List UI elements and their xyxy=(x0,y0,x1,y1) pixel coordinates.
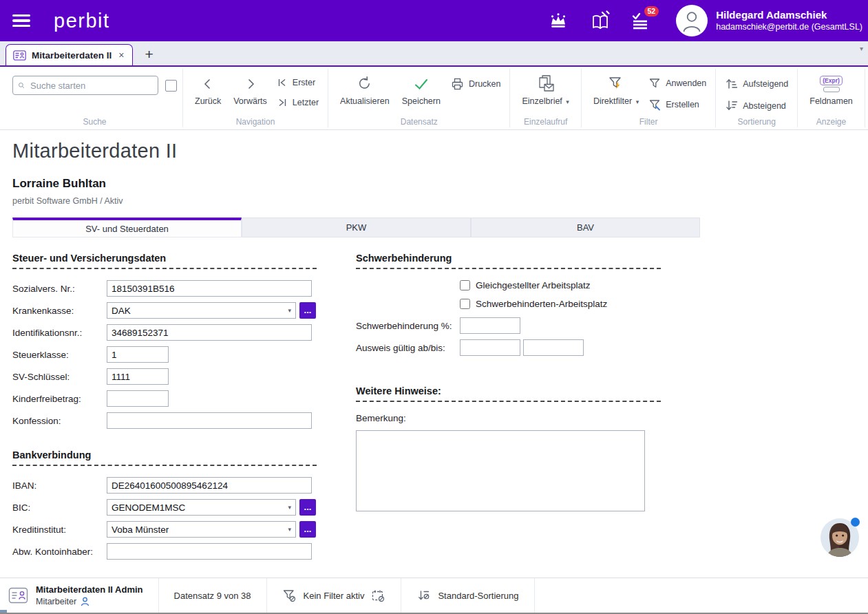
tasks-icon[interactable]: 52 xyxy=(632,12,650,30)
group-caption: Sortierung xyxy=(716,117,797,127)
person-subtitle: perbit Software GmbH / Aktiv xyxy=(12,196,868,206)
krankenkasse-combobox[interactable]: ▾ xyxy=(107,302,296,319)
krankenkasse-lookup-button[interactable]: ... xyxy=(299,302,316,319)
tab-overflow-icon[interactable]: ▾ xyxy=(860,45,863,52)
forward-button[interactable]: Vorwärts xyxy=(227,73,273,107)
tab-sv-und-steuerdaten[interactable]: SV- und Steuerdaten xyxy=(12,218,242,237)
status-module[interactable]: Mitarbeiterdaten II Admin Mitarbeiter xyxy=(0,578,159,613)
search-input[interactable] xyxy=(29,80,153,92)
feldnamen-button[interactable]: (Expr) Feldnamen xyxy=(803,73,859,107)
print-label: Drucken xyxy=(469,79,501,89)
steuerklasse-input[interactable] xyxy=(107,346,169,363)
id-card-icon xyxy=(8,587,29,604)
schwerbehinderten-checkbox[interactable] xyxy=(460,299,470,309)
field-kinderfreibetrag: Kinderfreibetrag: xyxy=(12,390,317,407)
identnr-input[interactable] xyxy=(107,324,312,341)
user-avatar[interactable] xyxy=(676,5,708,36)
new-tab-button[interactable]: + xyxy=(145,46,153,63)
group-caption: Anzeige xyxy=(798,117,865,127)
checkbox-schwerbehinderten: Schwerbehinderten-Arbeitsplatz xyxy=(460,299,661,309)
sort-descending-button[interactable]: Absteigend xyxy=(721,98,792,114)
field-identnr: Identifikationsnr.: xyxy=(12,324,317,341)
status-record: Datensatz 9 von 38 xyxy=(159,578,267,613)
kreditinstitut-input[interactable] xyxy=(107,521,296,538)
krankenkasse-input[interactable] xyxy=(107,302,296,319)
save-button[interactable]: Speichern xyxy=(396,73,447,107)
search-option-checkbox[interactable] xyxy=(165,80,177,92)
support-chat-avatar[interactable] xyxy=(820,518,861,559)
sort-asc-icon xyxy=(725,77,738,90)
tab-pkw[interactable]: PKW xyxy=(242,218,471,237)
combo-caret-icon[interactable]: ▾ xyxy=(288,307,291,314)
tab-label: Mitarbeiterdaten II xyxy=(32,50,112,61)
section-title-schwerbehinderung: Schwerbehinderung xyxy=(356,253,661,264)
svschluessel-input[interactable] xyxy=(107,368,169,385)
refresh-button[interactable]: Aktualisieren xyxy=(334,73,396,107)
filter-anwenden-button[interactable]: Anwenden xyxy=(645,76,710,91)
bic-input[interactable] xyxy=(107,499,296,516)
iban-input[interactable] xyxy=(107,477,312,494)
einzelbrief-button[interactable]: Einzelbrief ▾ xyxy=(516,73,575,107)
print-button[interactable]: Drucken xyxy=(447,76,505,92)
checkbox-label: Schwerbehinderten-Arbeitsplatz xyxy=(476,299,607,309)
gleichgestellter-checkbox[interactable] xyxy=(460,280,470,290)
tab-mitarbeiterdaten[interactable]: Mitarbeiterdaten II × xyxy=(6,44,133,65)
konfession-input[interactable] xyxy=(107,412,312,429)
crown-icon[interactable] xyxy=(548,12,569,30)
refresh-label: Aktualisieren xyxy=(340,96,390,106)
group-caption: Suche xyxy=(7,117,182,127)
first-icon xyxy=(277,77,288,88)
hamburger-menu-icon[interactable] xyxy=(12,12,30,30)
ribbon-group-navigation: Zurück Vorwärts Erster xyxy=(183,67,328,129)
close-icon[interactable]: × xyxy=(117,50,125,61)
erstellen-label: Erstellen xyxy=(666,100,699,109)
ausweis-bis-input[interactable] xyxy=(523,339,584,356)
field-label: SV-Schlüssel: xyxy=(12,372,107,382)
app-header: perbit 52 xyxy=(0,0,868,41)
sort-ascending-button[interactable]: Aufsteigend xyxy=(721,76,792,92)
bemerkung-textarea[interactable] xyxy=(356,430,645,511)
schwerbehinderung-prozent-input[interactable] xyxy=(460,317,520,334)
filter-icon xyxy=(648,77,661,89)
search-box[interactable] xyxy=(12,76,158,95)
status-filter[interactable]: Kein Filter aktiv xyxy=(267,578,402,613)
kontoinhaber-input[interactable] xyxy=(107,543,312,560)
kreditinstitut-combobox[interactable]: ▾ xyxy=(107,521,296,538)
last-record-button[interactable]: Letzter xyxy=(273,96,322,109)
user-info[interactable]: Hildegard Adamschiek hadamschiek@perbit.… xyxy=(716,9,862,32)
ribbon-group-sortierung: Aufsteigend Absteigend Sortierung xyxy=(716,67,797,129)
status-sort[interactable]: Standard-Sortierung xyxy=(401,578,534,613)
sozialvers-input[interactable] xyxy=(107,280,312,297)
filter-erstellen-button[interactable]: Erstellen xyxy=(645,97,710,112)
field-label: Kinderfreibetrag: xyxy=(12,394,107,404)
notification-badge: 52 xyxy=(644,6,659,17)
back-button[interactable]: Zurück xyxy=(189,73,227,107)
handbook-icon[interactable] xyxy=(589,10,611,31)
absteigend-label: Absteigend xyxy=(743,101,786,111)
filter-status: Kein Filter aktiv xyxy=(304,591,365,601)
field-schwerbehinderung-prozent: Schwerbehinderung %: xyxy=(356,317,661,334)
status-module-title: Mitarbeiterdaten II Admin xyxy=(36,584,143,595)
bic-combobox[interactable]: ▾ xyxy=(107,499,296,516)
feldnamen-label: Feldnamen xyxy=(809,96,853,106)
combo-caret-icon[interactable]: ▾ xyxy=(288,504,291,511)
combo-caret-icon[interactable]: ▾ xyxy=(288,526,291,533)
direktfilter-button[interactable]: Direktfilter ▾ xyxy=(587,73,645,107)
kreditinstitut-lookup-button[interactable]: ... xyxy=(299,521,316,538)
back-label: Zurück xyxy=(195,96,221,106)
bemerkung-label: Bemerkung: xyxy=(356,413,661,423)
record-counter: Datensatz 9 von 38 xyxy=(174,591,251,601)
chevron-right-icon xyxy=(243,74,258,93)
field-label: Schwerbehinderung %: xyxy=(356,321,460,331)
first-record-button[interactable]: Erster xyxy=(273,76,322,89)
check-icon xyxy=(413,74,430,93)
field-label: Konfession: xyxy=(12,416,107,426)
group-caption: Filter xyxy=(582,117,715,127)
kinderfreibetrag-input[interactable] xyxy=(107,390,169,407)
section-divider xyxy=(12,268,317,269)
ausweis-ab-input[interactable] xyxy=(460,339,520,356)
dropdown-caret-icon: ▾ xyxy=(636,98,639,105)
anwenden-label: Anwenden xyxy=(666,78,706,88)
tab-bav[interactable]: BAV xyxy=(471,218,700,237)
bic-lookup-button[interactable]: ... xyxy=(299,499,316,516)
